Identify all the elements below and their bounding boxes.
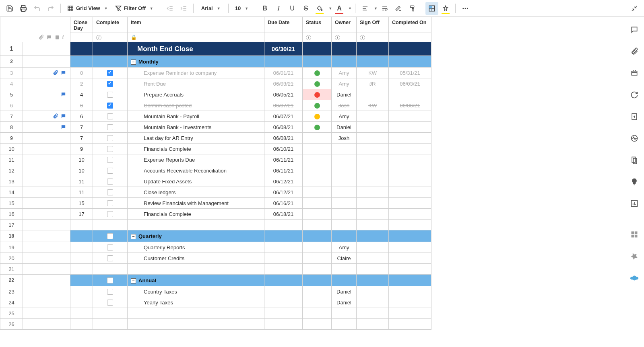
checkbox[interactable] xyxy=(107,211,113,217)
col-header-duedate[interactable]: Due Date xyxy=(264,17,303,33)
font-size-select[interactable]: 10 ▼ xyxy=(232,2,252,15)
tips-icon[interactable] xyxy=(628,175,641,188)
table-row[interactable]: 8 7 Mountain Bank - Investments 06/08/21… xyxy=(0,122,431,133)
collapse-toggle-icon[interactable]: − xyxy=(131,234,136,239)
grid-view-button[interactable]: Grid View ▼ xyxy=(64,2,111,15)
table-row[interactable]: 4 2 Rent Due 06/03/21 Amy JR 06/03/21 xyxy=(0,78,431,89)
checkbox[interactable] xyxy=(107,113,113,119)
table-row[interactable]: 11 10 Expense Reports Due 06/11/21 xyxy=(0,154,431,165)
table-row[interactable]: 15 15 Review Financials with Management … xyxy=(0,198,431,209)
table-row[interactable]: 3 0 Expense Reminder to company 06/01/21… xyxy=(0,68,431,78)
section-row[interactable]: 18 −Quarterly xyxy=(0,230,431,242)
collapse-toggle-icon[interactable]: − xyxy=(131,278,136,283)
comment-icon[interactable] xyxy=(60,92,67,97)
update-requests-icon[interactable] xyxy=(628,88,641,101)
section-row[interactable]: 22 −Annual xyxy=(0,275,431,286)
table-row[interactable]: 26 xyxy=(0,319,431,330)
table-row[interactable]: 6 6 Confirm cash posted 06/07/21 Josh KW… xyxy=(0,100,431,111)
strikethrough-icon[interactable]: S xyxy=(299,2,312,15)
col-header-completedon[interactable]: Completed On xyxy=(389,17,431,33)
checkbox[interactable] xyxy=(107,277,113,283)
summary-icon[interactable] xyxy=(628,154,641,166)
checkbox[interactable] xyxy=(107,289,113,295)
checkbox[interactable] xyxy=(107,103,113,109)
table-row[interactable]: 17 xyxy=(0,220,431,230)
col-header-status[interactable]: Status xyxy=(303,17,332,33)
table-row[interactable]: 20 Customer Credits Claire xyxy=(0,253,431,264)
table-row[interactable]: 24 Yearly Taxes Daniel xyxy=(0,297,431,308)
table-row[interactable]: 7 6 Mountain Bank - Payroll 06/07/21 Amy xyxy=(0,111,431,122)
checkbox[interactable] xyxy=(107,70,113,76)
col-header-complete[interactable]: Complete xyxy=(93,17,128,33)
indent-icon[interactable] xyxy=(177,2,190,15)
attachments-panel-icon[interactable] xyxy=(628,45,641,58)
checkbox[interactable] xyxy=(107,300,113,306)
conditional-format-icon[interactable] xyxy=(425,2,438,15)
table-row[interactable]: 19 Quarterly Reports Amy xyxy=(0,242,431,253)
sheet-area[interactable]: i Close Day Complete Item Due Date Statu… xyxy=(0,17,624,347)
redo-icon[interactable] xyxy=(44,2,57,15)
checkbox[interactable] xyxy=(107,124,113,130)
checkbox[interactable] xyxy=(107,146,113,152)
italic-icon[interactable]: I xyxy=(272,2,285,15)
checkbox[interactable] xyxy=(107,81,113,87)
table-row[interactable]: 12 10 Accounts Receivable Reconciliation… xyxy=(0,165,431,176)
table-row[interactable]: 14 11 Close ledgers 06/12/21 xyxy=(0,187,431,198)
attachment-icon[interactable] xyxy=(52,113,59,119)
comments-panel-icon[interactable] xyxy=(628,23,641,36)
table-row[interactable]: 10 9 Financials Complete 06/10/21 xyxy=(0,144,431,154)
table-row[interactable]: 9 7 Last day for AR Entry 06/08/21 Josh xyxy=(0,133,431,144)
checkbox[interactable] xyxy=(107,189,113,195)
wrap-text-icon[interactable] xyxy=(378,2,391,15)
text-color-button[interactable]: A xyxy=(333,2,346,15)
font-select[interactable]: Arial ▼ xyxy=(197,2,225,15)
chevron-down-icon[interactable]: ▼ xyxy=(328,6,332,10)
fill-color-button[interactable] xyxy=(313,2,326,15)
print-icon[interactable] xyxy=(17,2,30,15)
collapse-toolbar-icon[interactable] xyxy=(628,2,641,15)
section-row[interactable]: 2 −Monthly xyxy=(0,56,431,68)
comment-icon[interactable] xyxy=(60,113,67,119)
align-button[interactable] xyxy=(359,2,372,15)
chevron-down-icon[interactable]: ▼ xyxy=(374,6,378,10)
col-header-owner[interactable]: Owner xyxy=(332,17,357,33)
checkbox[interactable] xyxy=(107,255,113,261)
table-row[interactable]: 23 Country Taxes Daniel xyxy=(0,286,431,297)
checkbox[interactable] xyxy=(107,157,113,163)
attachment-icon[interactable] xyxy=(52,70,59,76)
comment-icon[interactable] xyxy=(60,70,67,76)
table-row[interactable]: 21 xyxy=(0,264,431,275)
checkbox[interactable] xyxy=(107,244,113,250)
table-row[interactable]: 5 4 Prepare Accruals 06/05/21 Daniel xyxy=(0,89,431,100)
publish-icon[interactable] xyxy=(628,110,641,123)
outdent-icon[interactable] xyxy=(163,2,176,15)
col-header-signoff[interactable]: Sign Off xyxy=(357,17,389,33)
clear-format-icon[interactable] xyxy=(392,2,405,15)
collapse-toggle-icon[interactable]: − xyxy=(131,60,136,65)
checkbox[interactable] xyxy=(107,200,113,206)
chevron-down-icon[interactable]: ▼ xyxy=(348,6,352,10)
table-row[interactable]: 25 xyxy=(0,308,431,319)
format-painter-icon[interactable] xyxy=(406,2,419,15)
checkbox[interactable] xyxy=(107,168,113,174)
chart-panel-icon[interactable] xyxy=(628,197,641,210)
comment-icon[interactable] xyxy=(60,124,67,130)
undo-icon[interactable] xyxy=(31,2,43,15)
filter-button[interactable]: Filter Off ▼ xyxy=(112,2,157,15)
brandfolder-icon[interactable] xyxy=(628,250,641,263)
salesforce-icon[interactable] xyxy=(628,271,641,284)
proof-panel-icon[interactable] xyxy=(628,67,641,80)
col-header-closeday[interactable]: Close Day xyxy=(70,17,93,33)
more-icon[interactable] xyxy=(459,2,472,15)
underline-icon[interactable]: U xyxy=(286,2,299,15)
table-row[interactable]: 16 17 Financials Complete 06/18/21 xyxy=(0,209,431,220)
checkbox[interactable] xyxy=(107,92,113,98)
checkbox[interactable] xyxy=(107,135,113,141)
bold-icon[interactable]: B xyxy=(258,2,271,15)
checkbox[interactable] xyxy=(107,233,113,239)
checkbox[interactable] xyxy=(107,179,113,185)
save-icon[interactable] xyxy=(3,2,16,15)
table-row[interactable]: 13 11 Update Fixed Assets 06/12/21 xyxy=(0,176,431,187)
activity-log-icon[interactable] xyxy=(628,132,641,145)
dashboard-panel-icon[interactable] xyxy=(628,228,641,241)
